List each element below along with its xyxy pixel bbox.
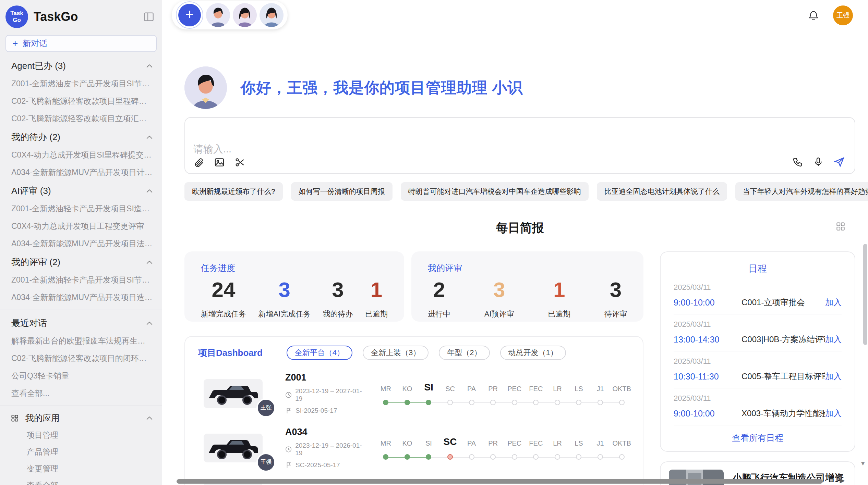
microphone-icon[interactable] [813,157,824,167]
milestone-dot [619,400,625,405]
milestone: SI [418,381,439,405]
my-review-card: 我的评审 2进行中 3AI预评审 1已逾期 3待评审 [411,251,643,322]
recent-chat-item[interactable]: 解释最新出台的欧盟报废车法规再生塑料比例被调至15%... [0,332,162,350]
attachment-icon[interactable] [193,157,204,168]
app-item-change-mgmt[interactable]: 变更管理 [0,460,162,477]
main-area: + 王强 你好，王强，我是你的项目 [162,0,868,485]
milestone: MR [375,436,397,460]
join-button[interactable]: 加入 [825,334,842,345]
vertical-scrollbar-thumb[interactable] [863,244,867,345]
suggestion-chip[interactable]: 特朗普可能对进口汽车增税会对中国车企造成哪些影响 [401,182,589,201]
notification-bell-icon[interactable] [808,10,819,21]
milestone-label-current: SI [424,381,433,393]
schedule-event[interactable]: 2025/03/11 10:30-11:30 C005-整车工程目标评审 加入 [674,351,842,388]
sidebar-item[interactable]: Z001-全新燃油轻卡产品开发项目SI造型提交物评审 [0,200,162,217]
stat-label: AI预评审 [484,309,514,319]
project-row-a034[interactable]: 王强 A034 2023-12-19 – 2026-01-19 [195,427,632,469]
logo-line1: Task [10,10,23,17]
apps-view-all[interactable]: 查看全部... [0,477,162,485]
suggestion-chip[interactable]: 欧洲新规最近颁布了什么? [184,182,283,201]
recent-chat-item[interactable]: C02-飞腾新能源轻客改款项目的闭环通告反馈情况 [0,350,162,367]
tab-all-new-body[interactable]: 全新上装（3） [363,346,429,360]
horizontal-scrollbar-thumb[interactable] [177,479,823,484]
stat-value: 24 [201,278,246,301]
chat-input-box[interactable]: 请输入... [184,117,855,174]
sidebar-scroll-area[interactable]: Agent已办 (3) Z001-全新燃油皮卡产品开发项目SI节点Lesson … [0,54,162,485]
sidebar-item[interactable]: C0X4-动力总成开发项目工程变更评审 [0,217,162,235]
view-all-schedule-link[interactable]: 查看所有日程 [674,432,842,444]
new-chat-button[interactable]: + 新对话 [5,35,157,52]
schedule-event[interactable]: 2025/03/11 9:00-10:00 C001-立项审批会 加入 [674,277,842,314]
milestone-dot [490,400,496,405]
sidebar-group-my-review[interactable]: 我的评审 (2) [0,252,162,271]
scroll-right-arrow[interactable]: ▶ [840,476,845,484]
join-button[interactable]: 加入 [825,371,842,382]
input-left-icons [193,157,245,168]
milestone-label: PA [467,436,476,447]
join-button[interactable]: 加入 [825,297,842,308]
sidebar-item[interactable]: Z001-全新燃油轻卡产品开发项目SI节点属性5D文件评审 [0,271,162,289]
milestone: SC [439,436,461,460]
milestone-label: J1 [597,436,604,447]
agent-avatar-2[interactable] [233,3,257,27]
schedule-title: 日程 [674,262,842,275]
sidebar-group-ai-review[interactable]: AI评审 (3) [0,181,162,200]
greeting-text: 你好，王强，我是你的项目管理助理 小识 [241,78,523,98]
send-icon[interactable] [833,156,845,168]
image-upload-icon[interactable] [214,157,225,168]
user-avatar[interactable]: 王强 [833,5,853,25]
event-time: 9:00-10:00 [674,409,742,419]
layout-grid-icon[interactable] [835,221,846,232]
voice-call-icon[interactable] [792,157,803,167]
sidebar-group-agent-done[interactable]: Agent已办 (3) [0,56,162,75]
agent-avatar-3[interactable] [260,3,284,27]
suggestion-chip[interactable]: 当下年轻人对汽车外观有怎样的喜好趋势 [735,182,868,201]
milestone-dot [598,400,603,405]
milestone-label: SI [425,436,432,447]
date-range: 2023-12-19 – 2026-01-19 [295,442,366,457]
tab-all-new-platform[interactable]: 全新平台（4） [287,346,352,360]
sidebar-item[interactable]: A034-全新新能源MUV产品开发项目计划变更表编写 [0,164,162,181]
card-title: 我的评审 [428,262,627,274]
app-item-product-mgmt[interactable]: 产品管理 [0,444,162,460]
join-button[interactable]: 加入 [825,408,842,419]
schedule-event[interactable]: 2025/03/11 9:00-10:00 X003-车辆动力学性能验... 加… [674,388,842,425]
event-row: 9:00-10:00 X003-车辆动力学性能验... 加入 [674,408,842,419]
recent-chat-item[interactable]: 公司Q3轻卡销量 [0,367,162,385]
sidebar-group-recent-chats[interactable]: 最近对话 [0,313,162,332]
agent-avatar-1[interactable] [206,3,230,27]
suggestion-chip[interactable]: 如何写一份清晰的项目周报 [291,182,393,201]
schedule-event[interactable]: 2025/03/11 13:00-14:30 C003|H0B-方案冻结评审 加… [674,314,842,351]
scissors-icon[interactable] [234,157,245,168]
suggestion-chip[interactable]: 比亚迪全固态电池计划具体说了什么 [597,182,727,201]
milestone-label: MR [381,381,391,393]
dashboard-header: 项目Dashboard 全新平台（4） 全新上装（3） 年型（2） 动总开发（1… [195,346,632,360]
sidebar-item-my-apps[interactable]: 我的应用 [0,409,162,427]
project-row-z001[interactable]: 王强 Z001 2023-12-19 – 2027-01-19 [195,372,632,414]
event-date: 2025/03/11 [674,320,842,329]
stat: 1已逾期 [365,278,388,319]
event-name: X003-车辆动力学性能验... [742,408,825,419]
tab-powertrain-dev[interactable]: 动总开发（1） [500,346,566,360]
sidebar-item[interactable]: A034-全新新能源MUV产品开发项目法规符合性评审 [0,235,162,252]
sidebar-item[interactable]: C02-飞腾新能源轻客改款项目里程碑画布 [0,92,162,110]
date-range: 2023-12-19 – 2027-01-19 [295,387,366,402]
sidebar-item[interactable]: Z001-全新燃油皮卡产品开发项目SI节点Lesson Learn报告 [0,75,162,92]
add-agent-button[interactable]: + [176,1,203,29]
sidebar-item[interactable]: A034-全新新能源MUV产品开发项目造型可行性评审 [0,289,162,306]
plus-icon: + [178,4,201,26]
chevron-up-icon [146,260,153,264]
event-row: 9:00-10:00 C001-立项审批会 加入 [674,297,842,308]
tab-model-year[interactable]: 年型（2） [439,346,490,360]
recent-chats-view-all[interactable]: 查看全部... [0,385,162,402]
app-item-project-mgmt[interactable]: 项目管理 [0,427,162,444]
project-milestone-tag: SI-2025-05-17 [285,407,366,414]
sidebar-group-my-todo[interactable]: 我的待办 (2) [0,127,162,146]
scroll-down-arrow[interactable]: ▼ [860,460,866,467]
sidebar-item[interactable]: C0X4-动力总成开发项目SI里程碑提交物检查 [0,146,162,164]
left-column: 任务进度 24新增完成任务 3新增AI完成任务 3我的待办 1已逾期 我的评审 [184,251,643,485]
chevron-up-icon [146,416,153,420]
sidebar-item[interactable]: C02-飞腾新能源轻客改款项目立项汇报方案 [0,110,162,127]
collapse-sidebar-icon[interactable] [143,11,155,23]
stat-label: 我的待办 [323,309,353,319]
